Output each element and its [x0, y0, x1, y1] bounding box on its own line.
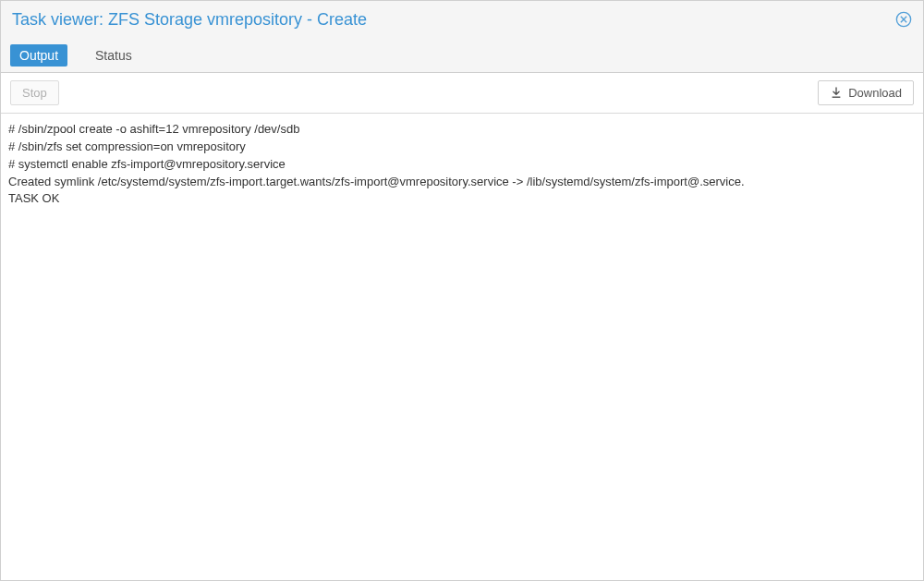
window-title: Task viewer: ZFS Storage vmrepository - …: [12, 10, 367, 30]
task-viewer-window: Task viewer: ZFS Storage vmrepository - …: [0, 0, 924, 581]
download-button-label: Download: [848, 86, 902, 100]
stop-button[interactable]: Stop: [10, 80, 59, 105]
download-button[interactable]: Download: [818, 80, 914, 105]
close-icon[interactable]: [895, 11, 912, 28]
tabbar: Output Status: [1, 38, 923, 73]
task-log-output[interactable]: # /sbin/zpool create -o ashift=12 vmrepo…: [1, 113, 923, 580]
download-icon: [830, 87, 843, 100]
tab-output[interactable]: Output: [10, 44, 67, 67]
titlebar: Task viewer: ZFS Storage vmrepository - …: [1, 1, 923, 38]
tab-status[interactable]: Status: [86, 44, 141, 67]
content-panel: Stop Download # /sbin/zpool create -o as…: [1, 73, 923, 580]
stop-button-label: Stop: [22, 86, 47, 100]
svg-rect-3: [833, 96, 841, 97]
toolbar: Stop Download: [1, 73, 923, 113]
